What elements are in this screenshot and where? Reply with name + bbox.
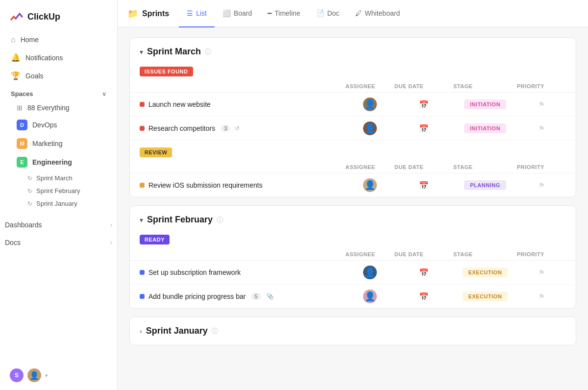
- status-badge: PLANNING: [464, 180, 506, 190]
- col-assignee-2: ASSIGNEE: [345, 164, 394, 170]
- task-name: Research competitors: [148, 124, 215, 132]
- issues-found-badge: ISSUES FOUND: [140, 67, 193, 76]
- spaces-chevron-icon[interactable]: ∨: [102, 91, 106, 98]
- table-row[interactable]: Review iOS submission requirements 👤 📅 P…: [130, 173, 576, 197]
- col-due-date-3: DUE DATE: [394, 251, 453, 257]
- tab-board[interactable]: ⬜ Board: [215, 0, 260, 27]
- sidebar-item-goals[interactable]: 🏆 Goals: [6, 67, 111, 84]
- subtask-icon: ↺: [235, 125, 240, 132]
- sprint-section-march: ▾ Sprint March ⓘ ISSUES FOUND ASSIGNEE D…: [129, 37, 576, 197]
- task-name: Set up subscription framework: [148, 268, 241, 276]
- avatar: 👤: [363, 178, 377, 192]
- tab-list[interactable]: ☰ List: [179, 0, 215, 27]
- priority-cell: ⚑: [517, 181, 566, 190]
- assignee-cell: 👤: [345, 290, 394, 303]
- flag-icon: ⚑: [538, 292, 545, 301]
- table-row[interactable]: Add bundle pricing progress bar 5 📎 👤 📅 …: [130, 285, 576, 308]
- sprint-february-header: ▾ Sprint February ⓘ: [130, 206, 576, 231]
- avatar: 👤: [363, 98, 377, 111]
- status-badge: INITIATION: [464, 99, 506, 109]
- doc-tab-icon: 📄: [316, 9, 324, 17]
- stage-cell: INITIATION: [453, 99, 517, 109]
- task-subtask-count: 5: [251, 293, 260, 300]
- col-stage-2: STAGE: [453, 164, 517, 170]
- trophy-icon: 🏆: [11, 71, 21, 80]
- clickup-logo-icon: [10, 10, 24, 24]
- col-task-name-3: [140, 251, 345, 257]
- sidebar-goals-label: Goals: [25, 72, 44, 80]
- col-assignee-1: ASSIGNEE: [345, 83, 394, 89]
- table-row[interactable]: Launch new website 👤 📅 INITIATION ⚑: [130, 93, 576, 117]
- sprint-section-january: › Sprint January ⓘ: [129, 317, 576, 345]
- task-name-cell: Add bundle pricing progress bar 5 📎: [140, 292, 345, 300]
- sidebar-item-marketing[interactable]: M Marketing: [6, 135, 111, 152]
- priority-cell: ⚑: [517, 124, 566, 133]
- sprint-march-title: Sprint March: [147, 47, 201, 57]
- bell-icon: 🔔: [11, 53, 21, 62]
- stage-cell: PLANNING: [453, 180, 517, 190]
- docs-label: Docs: [5, 239, 21, 246]
- sidebar-item-everything[interactable]: ⊞ 88 Everything: [6, 100, 111, 115]
- stage-cell: EXECUTION: [453, 268, 517, 277]
- sidebar-item-engineering[interactable]: E Engineering: [6, 153, 111, 171]
- priority-cell: ⚑: [517, 268, 566, 277]
- review-badge: REVIEW: [140, 147, 172, 157]
- sprint-february-toggle[interactable]: ▾: [140, 216, 143, 224]
- flag-icon: ⚑: [538, 124, 545, 133]
- content-area: ▾ Sprint March ⓘ ISSUES FOUND ASSIGNEE D…: [118, 27, 588, 390]
- tab-doc[interactable]: 📄 Doc: [308, 0, 347, 27]
- assignee-cell: 👤: [345, 266, 394, 279]
- doc-tab-label: Doc: [327, 9, 340, 17]
- sprint-january-toggle[interactable]: ›: [140, 327, 142, 335]
- user-photo-avatar: 👤: [27, 368, 41, 382]
- sprint-january-info-icon[interactable]: ⓘ: [212, 327, 218, 336]
- devops-badge: D: [17, 120, 27, 130]
- due-date-cell: 📅: [394, 181, 453, 190]
- marketing-label: Marketing: [32, 140, 62, 147]
- priority-cell: ⚑: [517, 100, 566, 109]
- sprint-march-info-icon[interactable]: ⓘ: [205, 48, 211, 56]
- folder-icon: 📁: [127, 8, 138, 19]
- sidebar-sprint-february-label: Sprint February: [36, 187, 80, 195]
- sidebar-sprint-march[interactable]: ↻ Sprint March: [6, 172, 111, 184]
- task-name: Review iOS submission requirements: [148, 181, 263, 189]
- col-priority-2: PRIORITY: [517, 164, 566, 170]
- docs-chevron-icon: ›: [110, 239, 112, 246]
- logo-text: ClickUp: [27, 12, 60, 22]
- sidebar-item-notifications[interactable]: 🔔 Notifications: [6, 49, 111, 66]
- tab-whiteboard[interactable]: 🖊 Whiteboard: [347, 0, 408, 27]
- task-name: Add bundle pricing progress bar: [148, 292, 245, 300]
- tab-timeline[interactable]: ━ Timeline: [260, 0, 308, 27]
- list-tab-label: List: [196, 9, 207, 17]
- calendar-icon: 📅: [419, 292, 429, 301]
- review-group-header: REVIEW: [130, 141, 576, 161]
- sidebar-sprint-february[interactable]: ↻ Sprint February: [6, 185, 111, 197]
- sprint-february-info-icon[interactable]: ⓘ: [217, 216, 223, 224]
- sprint-january-header: › Sprint January ⓘ: [130, 317, 576, 345]
- table-row[interactable]: Research competitors 3 ↺ 👤 📅 INITIATION …: [130, 117, 576, 141]
- everything-label: 88 Everything: [27, 104, 70, 112]
- status-badge: EXECUTION: [463, 268, 508, 277]
- calendar-icon: 📅: [419, 124, 429, 133]
- task-dot-red: [140, 126, 145, 131]
- bottom-nav-area: Dashboards › Docs ›: [0, 216, 117, 251]
- tab-bar: 📁 Sprints ☰ List ⬜ Board ━ Timeline 📄 Do…: [118, 0, 588, 27]
- calendar-icon: 📅: [419, 181, 429, 190]
- sprint-february-icon: ↻: [27, 188, 32, 195]
- sidebar-item-dashboards[interactable]: Dashboards ›: [0, 216, 117, 234]
- task-name: Launch new website: [148, 100, 211, 108]
- table-row[interactable]: Set up subscription framework 👤 📅 EXECUT…: [130, 261, 576, 285]
- sidebar-sprint-march-label: Sprint March: [36, 174, 73, 182]
- devops-label: DevOps: [32, 121, 57, 129]
- sidebar-item-home[interactable]: ⌂ Home: [6, 31, 111, 48]
- status-badge: EXECUTION: [463, 292, 508, 301]
- sprint-march-toggle[interactable]: ▾: [140, 48, 143, 56]
- sidebar-sprint-january[interactable]: ↻ Sprint January: [6, 197, 111, 210]
- col-due-date-1: DUE DATE: [394, 83, 453, 89]
- col-task-name-1: [140, 83, 345, 89]
- sidebar-item-docs[interactable]: Docs ›: [0, 234, 117, 251]
- col-assignee-3: ASSIGNEE: [345, 251, 394, 257]
- footer-chevron-icon[interactable]: ▾: [45, 372, 48, 379]
- sidebar-item-devops[interactable]: D DevOps: [6, 116, 111, 134]
- stage-cell: INITIATION: [453, 123, 517, 133]
